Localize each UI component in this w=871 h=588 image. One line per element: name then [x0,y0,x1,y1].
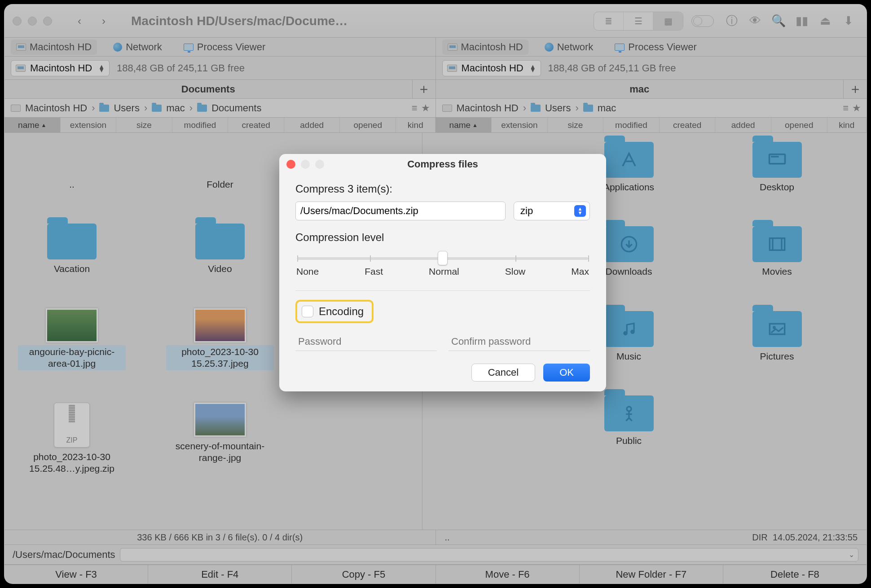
level-fast: Fast [365,266,383,277]
level-none: None [296,266,319,277]
encoding-checkbox[interactable] [302,306,313,317]
compress-heading: Compress 3 item(s): [295,183,590,195]
dialog-title: Compress files [407,158,478,170]
slider-thumb[interactable] [438,251,448,265]
format-value: zip [520,205,533,217]
level-normal: Normal [429,266,459,277]
compression-label: Compression level [295,231,590,244]
encoding-label: Encoding [319,305,364,318]
ok-button[interactable]: OK [543,364,590,382]
compress-dialog: Compress files Compress 3 item(s): zip ▲… [279,154,606,391]
confirm-password-input[interactable] [449,332,590,351]
dialog-zoom-dot[interactable] [315,160,324,169]
dialog-close-dot[interactable] [286,160,295,169]
output-path-input[interactable] [295,202,506,220]
updown-icon: ▲▼ [574,205,586,217]
format-select[interactable]: zip ▲▼ [514,202,590,220]
password-input[interactable] [295,332,437,351]
dialog-min-dot[interactable] [301,160,310,169]
encoding-box-highlight: Encoding [295,300,374,323]
compression-slider[interactable]: None Fast Normal Slow Max [295,257,590,277]
app-window: ‹ › Macintosh HD/Users/mac/Docume… ≣ ☰ ▦… [4,4,867,584]
dialog-titlebar: Compress files [279,154,606,175]
level-max: Max [571,266,589,277]
level-slow: Slow [505,266,526,277]
cancel-button[interactable]: Cancel [471,364,535,382]
